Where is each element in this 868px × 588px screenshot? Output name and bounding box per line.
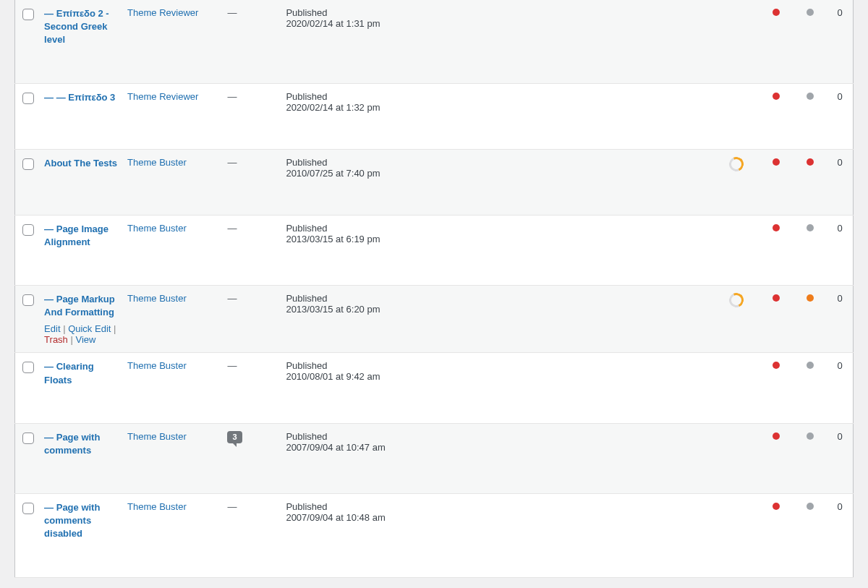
readability-indicator-icon: [807, 9, 814, 16]
post-date: 2007/09/04 at 10:48 am: [286, 512, 708, 523]
readability-indicator-icon: [807, 158, 814, 166]
row-checkbox[interactable]: [22, 294, 34, 306]
comments-none: —: [227, 7, 237, 18]
seo-indicator-icon: [773, 362, 780, 369]
readability-indicator-icon: [807, 294, 814, 302]
page-title-link[interactable]: — Page with comments: [44, 431, 119, 457]
author-link[interactable]: Theme Buster: [127, 293, 187, 304]
row-checkbox[interactable]: [22, 224, 34, 236]
post-status: Published: [286, 431, 708, 442]
table-row: About The TestsTheme Buster—Published201…: [15, 149, 854, 215]
page-title-link[interactable]: — Page Image Alignment: [44, 223, 119, 249]
page-title-link[interactable]: — — Επίπεδο 3: [44, 91, 115, 104]
post-status: Published: [286, 360, 708, 371]
comment-count-bubble[interactable]: 3: [227, 431, 242, 443]
seo-indicator-icon: [773, 294, 780, 302]
seo-score-ring-icon: [727, 291, 746, 310]
table-row: — Page with commentsTheme Buster3Publish…: [15, 423, 854, 493]
post-date: 2010/08/01 at 9:42 am: [286, 371, 708, 382]
row-checkbox[interactable]: [22, 9, 34, 20]
table-row: — Page with comments disabledTheme Buste…: [15, 494, 854, 578]
comments-none: —: [227, 360, 237, 371]
seo-indicator-icon: [773, 158, 780, 166]
row-actions: Edit | Quick Edit | Trash | View: [44, 323, 119, 345]
post-date: 2013/03/15 at 6:19 pm: [286, 234, 708, 244]
comments-none: —: [227, 157, 237, 168]
post-status: Published: [286, 91, 708, 102]
author-link[interactable]: Theme Buster: [127, 431, 187, 442]
page-title-link[interactable]: About The Tests: [44, 157, 117, 170]
table-row: — — Επίπεδο 3Theme Reviewer—Published202…: [15, 83, 854, 149]
links-count: 0: [838, 431, 843, 442]
links-count: 0: [838, 293, 843, 304]
post-date: 2020/02/14 at 1:31 pm: [286, 18, 708, 29]
readability-indicator-icon: [807, 503, 814, 510]
post-status: Published: [286, 501, 708, 512]
links-count: 0: [838, 91, 843, 102]
quick-edit-link[interactable]: Quick Edit: [68, 323, 111, 334]
author-link[interactable]: Theme Buster: [127, 360, 187, 371]
view-link[interactable]: View: [75, 334, 95, 345]
author-link[interactable]: Theme Buster: [127, 223, 187, 234]
seo-indicator-icon: [773, 9, 780, 16]
row-checkbox[interactable]: [22, 362, 34, 373]
post-status: Published: [286, 293, 708, 304]
links-count: 0: [838, 501, 843, 512]
seo-indicator-icon: [773, 224, 780, 231]
seo-score-ring-icon: [727, 155, 746, 174]
comments-none: —: [227, 91, 237, 102]
author-link[interactable]: Theme Reviewer: [127, 91, 198, 102]
edit-link[interactable]: Edit: [44, 323, 60, 334]
readability-indicator-icon: [807, 93, 814, 100]
links-count: 0: [838, 157, 843, 168]
table-row: — Page Image AlignmentTheme Buster—Publi…: [15, 215, 854, 285]
row-checkbox[interactable]: [22, 433, 34, 444]
page-title-link[interactable]: — Επίπεδο 2 - Second Greek level: [44, 7, 119, 47]
links-count: 0: [838, 223, 843, 234]
author-link[interactable]: Theme Reviewer: [127, 7, 198, 18]
readability-indicator-icon: [807, 224, 814, 231]
comments-none: —: [227, 501, 237, 512]
links-count: 0: [838, 7, 843, 18]
pages-table: — Επίπεδο 2 - Second Greek levelTheme Re…: [14, 0, 854, 578]
comments-none: —: [227, 223, 237, 234]
post-date: 2013/03/15 at 6:20 pm: [286, 304, 708, 315]
post-date: 2007/09/04 at 10:47 am: [286, 442, 708, 453]
post-date: 2020/02/14 at 1:32 pm: [286, 102, 708, 113]
comments-none: —: [227, 293, 237, 304]
author-link[interactable]: Theme Buster: [127, 157, 187, 168]
post-status: Published: [286, 157, 708, 168]
row-checkbox[interactable]: [22, 93, 34, 104]
seo-indicator-icon: [773, 433, 780, 440]
table-row: — Επίπεδο 2 - Second Greek levelTheme Re…: [15, 0, 854, 83]
post-status: Published: [286, 7, 708, 18]
author-link[interactable]: Theme Buster: [127, 501, 187, 512]
row-checkbox[interactable]: [22, 158, 34, 170]
table-row: — Page Markup And FormattingEdit | Quick…: [15, 285, 854, 352]
seo-indicator-icon: [773, 503, 780, 510]
trash-link[interactable]: Trash: [44, 334, 68, 345]
page-title-link[interactable]: — Page with comments disabled: [44, 501, 119, 541]
readability-indicator-icon: [807, 433, 814, 440]
table-row: — Clearing FloatsTheme Buster—Published2…: [15, 353, 854, 423]
readability-indicator-icon: [807, 362, 814, 369]
seo-indicator-icon: [773, 93, 780, 100]
post-date: 2010/07/25 at 7:40 pm: [286, 168, 708, 179]
links-count: 0: [838, 360, 843, 371]
row-checkbox[interactable]: [22, 503, 34, 514]
page-title-link[interactable]: — Page Markup And Formatting: [44, 293, 119, 319]
post-status: Published: [286, 223, 708, 234]
page-title-link[interactable]: — Clearing Floats: [44, 360, 119, 386]
